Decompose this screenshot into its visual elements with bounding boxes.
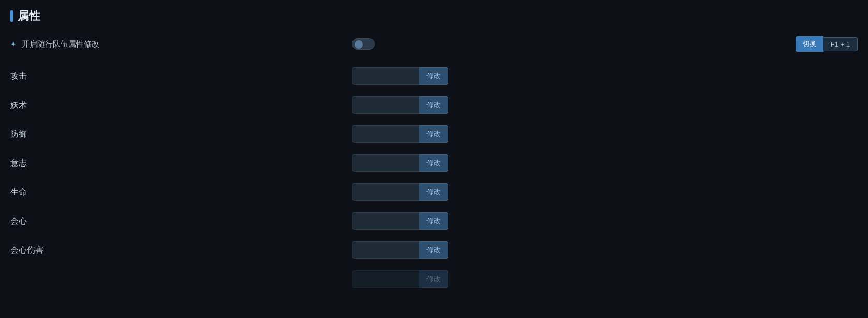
attr-input-crit_damage[interactable]: [352, 241, 419, 259]
attr-row-partial: 修改: [10, 268, 858, 290]
attr-label-life: 生命: [10, 187, 352, 198]
attr-label-attack: 攻击: [10, 71, 352, 82]
attr-input-life[interactable]: [352, 183, 419, 201]
attr-label-crit: 会心: [10, 216, 352, 227]
attr-row-defense: 防御修改: [10, 123, 858, 145]
hotkey-badge: F1 + 1: [823, 37, 858, 51]
attr-row-crit: 会心修改: [10, 210, 858, 232]
attr-input-area-magic: 修改: [352, 96, 448, 114]
switch-button[interactable]: 切换: [796, 36, 823, 52]
modify-button-crit[interactable]: 修改: [419, 212, 448, 230]
modify-button-defense[interactable]: 修改: [419, 125, 448, 143]
attributes-container: 攻击修改妖术修改防御修改意志修改生命修改会心修改会心伤害修改修改: [10, 65, 858, 290]
attr-input-area-crit: 修改: [352, 212, 448, 230]
attr-input-area-life: 修改: [352, 183, 448, 201]
attr-label-defense: 防御: [10, 129, 352, 140]
attr-input-defense[interactable]: [352, 125, 419, 143]
page-title: 属性: [10, 8, 858, 24]
attr-input-crit[interactable]: [352, 212, 419, 230]
attr-input-area-defense: 修改: [352, 125, 448, 143]
attr-row-crit_damage: 会心伤害修改: [10, 239, 858, 261]
attr-input-partial[interactable]: [352, 270, 419, 288]
modify-button-crit_damage[interactable]: 修改: [419, 241, 448, 259]
toggle-thumb: [355, 40, 363, 49]
attr-input-area-will: 修改: [352, 154, 448, 172]
attr-row-life: 生命修改: [10, 181, 858, 203]
attr-row-attack: 攻击修改: [10, 65, 858, 87]
toggle-label: ✦ 开启随行队伍属性修改: [10, 39, 352, 49]
toggle-switch[interactable]: [352, 38, 375, 50]
attr-input-magic[interactable]: [352, 96, 419, 114]
page-container: 属性 ✦ 开启随行队伍属性修改 切换 F1 + 1 攻击修改妖术修改防御修改意志…: [0, 0, 868, 306]
title-bar-icon: [10, 10, 13, 22]
modify-button-partial[interactable]: 修改: [419, 270, 448, 288]
modify-button-will[interactable]: 修改: [419, 154, 448, 172]
attr-input-attack[interactable]: [352, 67, 419, 85]
toggle-right-area: 切换 F1 + 1: [796, 36, 858, 52]
modify-button-life[interactable]: 修改: [419, 183, 448, 201]
modify-button-magic[interactable]: 修改: [419, 96, 448, 114]
attr-input-area-crit_damage: 修改: [352, 241, 448, 259]
attr-row-magic: 妖术修改: [10, 94, 858, 116]
attr-input-area-partial: 修改: [352, 270, 448, 288]
attr-label-magic: 妖术: [10, 100, 352, 111]
toggle-track: [352, 38, 375, 50]
modify-button-attack[interactable]: 修改: [419, 67, 448, 85]
toggle-row: ✦ 开启随行队伍属性修改 切换 F1 + 1: [10, 34, 858, 54]
title-text: 属性: [18, 8, 40, 24]
attr-input-will[interactable]: [352, 154, 419, 172]
toggle-label-text: 开启随行队伍属性修改: [22, 39, 99, 49]
attr-label-will: 意志: [10, 158, 352, 169]
attr-label-crit_damage: 会心伤害: [10, 245, 352, 256]
attr-input-area-attack: 修改: [352, 67, 448, 85]
attr-row-will: 意志修改: [10, 152, 858, 174]
sparkle-icon: ✦: [10, 40, 17, 48]
